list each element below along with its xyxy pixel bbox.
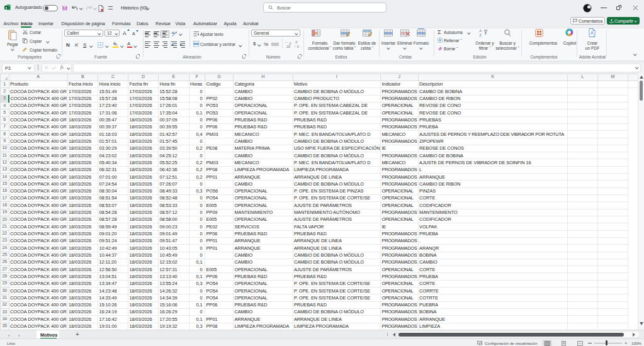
- svg-text:A: A: [480, 29, 482, 33]
- svg-text:x: x: [6, 6, 8, 9]
- svg-text:ab: ab: [172, 31, 176, 35]
- svg-text:Z: Z: [480, 33, 482, 37]
